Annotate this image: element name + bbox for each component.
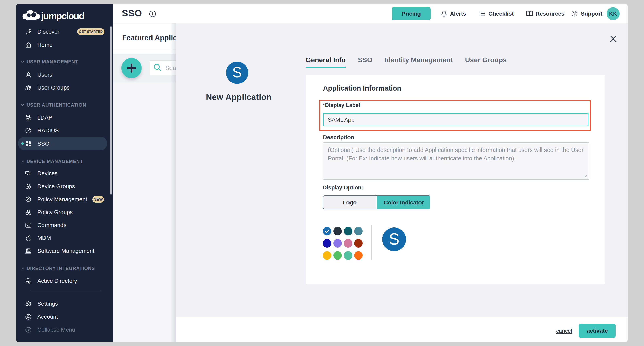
svg-text:jumpcloud: jumpcloud <box>41 11 84 21</box>
